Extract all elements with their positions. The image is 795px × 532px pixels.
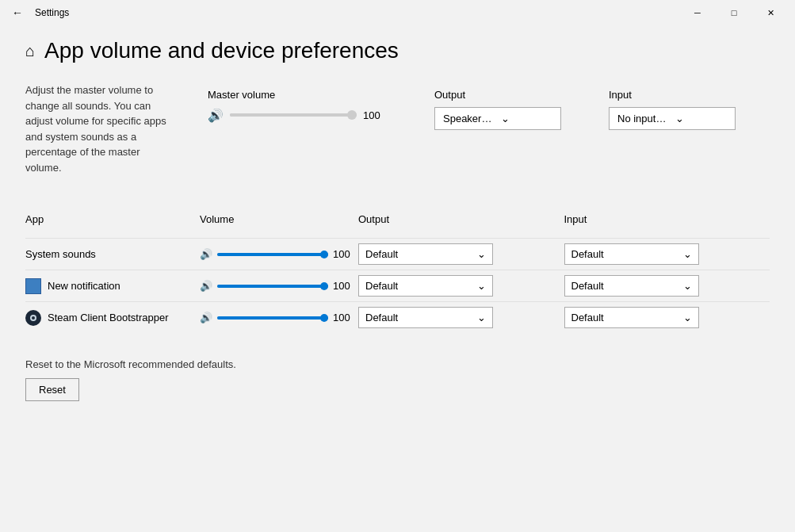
table-row: System sounds 🔊 100 Default ⌄ <box>25 238 770 270</box>
table-row: Steam Client Bootstrapper 🔊 100 Default … <box>25 301 770 333</box>
app-input-arrow: ⌄ <box>683 312 692 323</box>
app-input-dropdown[interactable]: Default ⌄ <box>564 243 699 265</box>
reset-text: Reset to the Microsoft recommended defau… <box>25 358 770 370</box>
master-section: Adjust the master volume to change all s… <box>25 82 770 175</box>
master-input-dropdown[interactable]: No input devices f... ⌄ <box>609 107 736 130</box>
master-output-dropdown[interactable]: Speakers (Realtek... ⌄ <box>434 107 561 130</box>
app-name: System sounds <box>25 248 200 260</box>
master-slider-track <box>230 113 357 117</box>
close-button[interactable]: ✕ <box>752 0 789 25</box>
app-slider-thumb <box>320 251 328 258</box>
app-name-text: New notification <box>48 280 120 292</box>
app-volume-value: 100 <box>333 280 350 292</box>
app-input-value: Default <box>571 248 604 260</box>
title-bar: ← Settings ─ □ ✕ <box>0 0 795 25</box>
master-volume-label: Master volume <box>208 89 387 101</box>
master-input-group: Input No input devices f... ⌄ <box>609 89 736 130</box>
app-output-arrow: ⌄ <box>477 248 486 260</box>
master-volume-group: Master volume 🔊 100 <box>208 89 387 123</box>
steam-icon <box>25 310 41 326</box>
app-slider-fill <box>217 316 328 320</box>
minimize-button[interactable]: ─ <box>679 0 716 25</box>
app-volume-value: 100 <box>333 248 350 260</box>
app-rows-container: System sounds 🔊 100 Default ⌄ <box>25 238 770 333</box>
svg-point-2 <box>32 316 35 320</box>
app-slider-fill <box>217 285 328 288</box>
col-app-label: App <box>25 213 200 225</box>
back-button[interactable]: ← <box>6 2 29 24</box>
app-slider-track <box>217 285 328 288</box>
app-slider-fill <box>217 253 328 256</box>
master-volume-value: 100 <box>363 109 387 121</box>
app-output-dropdown[interactable]: Default ⌄ <box>358 275 493 297</box>
master-controls: Master volume 🔊 100 Output Speaker <box>208 89 736 175</box>
app-output-arrow: ⌄ <box>477 312 486 323</box>
description-text: Adjust the master volume to change all s… <box>25 82 176 175</box>
app-slider-track <box>217 316 328 320</box>
app-volume-value: 100 <box>333 312 350 323</box>
app-input-dropdown[interactable]: Default ⌄ <box>564 275 699 297</box>
app-input-dropdown[interactable]: Default ⌄ <box>564 307 699 328</box>
col-input-label: Input <box>564 213 770 225</box>
title-bar-controls: ─ □ ✕ <box>679 0 789 25</box>
col-volume-label: Volume <box>200 213 358 225</box>
apps-section: App Volume Output Input System sounds 🔊 … <box>25 213 770 333</box>
app-name: Steam Client Bootstrapper <box>25 310 200 326</box>
app-name-text: Steam Client Bootstrapper <box>48 312 168 323</box>
master-slider-thumb <box>347 110 357 120</box>
master-volume-icon: 🔊 <box>208 108 224 123</box>
window-title: Settings <box>35 7 69 18</box>
app-volume-slider[interactable] <box>217 310 328 326</box>
apps-header: App Volume Output Input <box>25 213 770 228</box>
app-output-dropdown[interactable]: Default ⌄ <box>358 307 493 328</box>
main-content: ⌂ App volume and device preferences Adju… <box>0 25 795 532</box>
app-volume-icon: 🔊 <box>200 248 212 260</box>
master-output-group: Output Speakers (Realtek... ⌄ <box>434 89 561 130</box>
restore-button[interactable]: □ <box>716 0 752 25</box>
app-input-arrow: ⌄ <box>683 280 692 292</box>
app-output-value: Default <box>365 312 398 323</box>
table-row: New notification 🔊 100 Default ⌄ <box>25 270 770 301</box>
page-title: App volume and device preferences <box>44 38 399 63</box>
master-output-arrow: ⌄ <box>501 113 552 124</box>
master-input-value: No input devices f... <box>617 113 669 124</box>
app-volume-slider[interactable] <box>217 247 328 262</box>
master-output-value: Speakers (Realtek... <box>443 113 495 124</box>
app-input-value: Default <box>571 280 604 292</box>
home-icon: ⌂ <box>25 42 35 60</box>
master-volume-row: 🔊 100 <box>208 107 387 123</box>
title-bar-left: ← Settings <box>6 2 69 24</box>
col-output-label: Output <box>358 213 564 225</box>
master-input-arrow: ⌄ <box>675 113 727 124</box>
reset-button[interactable]: Reset <box>25 378 79 401</box>
app-volume-row: 🔊 100 <box>200 278 358 294</box>
master-slider-fill <box>230 113 357 117</box>
app-volume-slider[interactable] <box>217 278 328 294</box>
app-volume-icon: 🔊 <box>200 312 212 323</box>
reset-section: Reset to the Microsoft recommended defau… <box>25 358 770 401</box>
app-slider-thumb <box>320 314 328 322</box>
app-name: New notification <box>25 278 200 294</box>
page-title-row: ⌂ App volume and device preferences <box>25 38 770 63</box>
app-output-dropdown[interactable]: Default ⌄ <box>358 243 493 265</box>
app-volume-icon: 🔊 <box>200 280 212 292</box>
app-output-value: Default <box>365 248 398 260</box>
notif-icon <box>25 278 41 294</box>
app-volume-row: 🔊 100 <box>200 310 358 326</box>
master-output-label: Output <box>434 89 561 101</box>
master-volume-slider[interactable] <box>230 107 357 123</box>
app-input-arrow: ⌄ <box>683 248 692 260</box>
app-name-text: System sounds <box>25 248 96 260</box>
app-slider-track <box>217 253 328 256</box>
app-output-arrow: ⌄ <box>477 280 486 292</box>
master-input-label: Input <box>609 89 736 101</box>
app-output-value: Default <box>365 280 398 292</box>
app-input-value: Default <box>571 312 604 323</box>
app-slider-thumb <box>320 282 328 290</box>
app-volume-row: 🔊 100 <box>200 247 358 262</box>
